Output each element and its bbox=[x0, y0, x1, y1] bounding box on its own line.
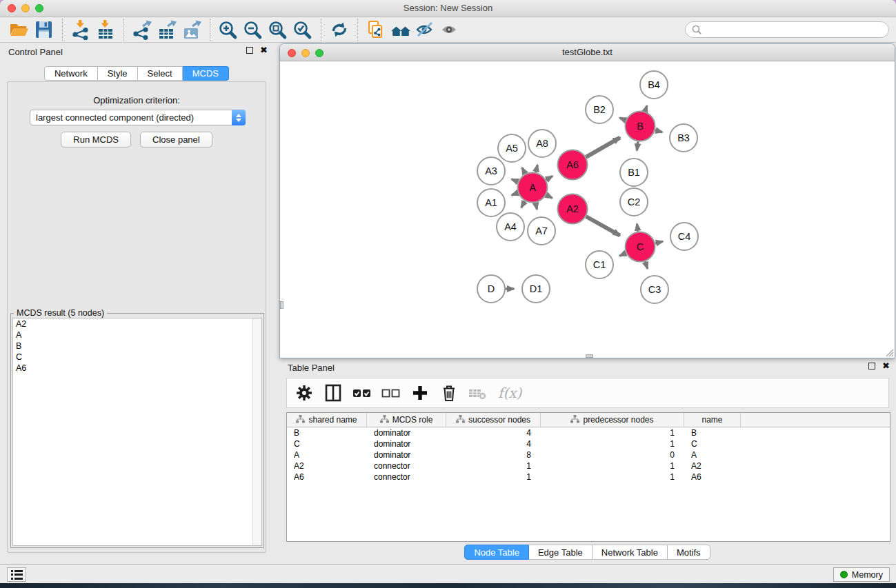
hide-view-icon[interactable] bbox=[413, 19, 438, 41]
graph-node-A[interactable]: A bbox=[518, 173, 548, 203]
refresh-icon[interactable] bbox=[327, 19, 352, 41]
run-mcds-button[interactable]: Run MCDS bbox=[61, 132, 131, 148]
graph-node-B1[interactable]: B1 bbox=[620, 159, 648, 186]
save-session-icon[interactable] bbox=[32, 19, 57, 41]
graph-edge-A-A8[interactable] bbox=[536, 165, 537, 172]
import-table-icon[interactable] bbox=[93, 19, 118, 41]
close-panel-icon[interactable]: ✖ bbox=[260, 47, 268, 54]
tab-select[interactable]: Select bbox=[138, 66, 183, 81]
optimization-criterion-select[interactable]: largest connected component (directed) bbox=[30, 110, 246, 125]
search-field[interactable] bbox=[685, 21, 889, 38]
add-column-icon[interactable] bbox=[408, 381, 432, 405]
graph-node-D[interactable]: D bbox=[477, 275, 505, 303]
graph-edge-C-C4[interactable] bbox=[655, 241, 663, 243]
select-all-icon[interactable] bbox=[350, 381, 374, 405]
column-header-predecessor-nodes[interactable]: predecessor nodes bbox=[541, 413, 684, 427]
zoom-out-icon[interactable] bbox=[241, 19, 266, 41]
graph-edge-C-C3[interactable] bbox=[645, 261, 648, 268]
graph-node-A6[interactable]: A6 bbox=[558, 150, 588, 180]
close-table-panel-icon[interactable]: ✖ bbox=[882, 363, 890, 369]
zoom-fit-icon[interactable] bbox=[266, 19, 290, 41]
network-graph[interactable]: B4B2BB3A5A8A6B1A3AA1C2A2A4A7CC4C1C3DD1 bbox=[281, 62, 894, 358]
column-header-MCDS-role[interactable]: MCDS role bbox=[367, 413, 446, 427]
resize-grip-icon[interactable] bbox=[884, 347, 894, 357]
graph-edge-A-A1[interactable] bbox=[512, 193, 518, 195]
graph-edge-C-C1[interactable] bbox=[619, 253, 626, 256]
table-row[interactable]: Adominator80A bbox=[287, 449, 890, 460]
tab-mcds[interactable]: MCDS bbox=[183, 66, 229, 81]
show-view-icon[interactable] bbox=[438, 19, 463, 41]
deselect-all-icon[interactable] bbox=[379, 381, 403, 405]
task-list-icon[interactable] bbox=[7, 567, 26, 582]
graph-edge-B-B4[interactable] bbox=[645, 105, 647, 111]
graph-edge-C-C2[interactable] bbox=[637, 224, 638, 232]
column-header-shared-name[interactable]: shared name bbox=[287, 413, 367, 427]
graph-node-C3[interactable]: C3 bbox=[641, 276, 668, 303]
graph-edge-B-B2[interactable] bbox=[620, 118, 626, 120]
graph-node-B2[interactable]: B2 bbox=[586, 96, 613, 123]
open-file-icon[interactable] bbox=[7, 19, 32, 41]
mcds-result-item[interactable]: A2 bbox=[13, 318, 261, 330]
graph-node-A3[interactable]: A3 bbox=[477, 157, 505, 185]
graph-node-B4[interactable]: B4 bbox=[640, 71, 668, 99]
graph-node-B[interactable]: B bbox=[626, 112, 655, 141]
graph-node-A4[interactable]: A4 bbox=[497, 213, 524, 241]
export-image-icon[interactable] bbox=[179, 19, 204, 41]
graph-node-C2[interactable]: C2 bbox=[620, 188, 648, 216]
delete-column-icon[interactable] bbox=[437, 381, 461, 405]
vertical-scrollbar-thumb[interactable] bbox=[280, 301, 283, 309]
graph-node-B3[interactable]: B3 bbox=[670, 124, 697, 152]
graph-node-C4[interactable]: C4 bbox=[670, 223, 698, 250]
table-settings-icon[interactable] bbox=[292, 381, 316, 405]
tab-edge-table[interactable]: Edge Table bbox=[529, 545, 593, 560]
import-network-icon[interactable] bbox=[68, 19, 93, 41]
result-list-scrollbar[interactable] bbox=[252, 318, 261, 545]
graph-edge-A-A3[interactable] bbox=[512, 179, 518, 182]
graph-node-D1[interactable]: D1 bbox=[522, 275, 550, 303]
export-table-icon[interactable] bbox=[155, 19, 179, 41]
zoom-in-icon[interactable] bbox=[216, 19, 241, 41]
graph-edge-A2-C[interactable] bbox=[586, 216, 620, 236]
column-header-successor-nodes[interactable]: successor nodes bbox=[446, 413, 541, 427]
graph-edge-A6-B[interactable] bbox=[586, 138, 620, 157]
graph-node-A1[interactable]: A1 bbox=[477, 189, 505, 216]
graph-node-C[interactable]: C bbox=[626, 232, 655, 262]
column-visibility-icon[interactable] bbox=[321, 381, 345, 405]
graph-node-A5[interactable]: A5 bbox=[498, 134, 526, 162]
graph-edge-A-A4[interactable] bbox=[521, 201, 525, 208]
mcds-result-item[interactable]: B bbox=[13, 341, 261, 352]
clone-network-icon[interactable] bbox=[364, 19, 388, 41]
graph-edge-A-A2[interactable] bbox=[546, 195, 552, 199]
mcds-result-item[interactable]: A bbox=[13, 330, 261, 341]
memory-button[interactable]: Memory bbox=[833, 567, 890, 582]
tab-node-table[interactable]: Node Table bbox=[464, 545, 529, 560]
table-row[interactable]: A2connector11A2 bbox=[287, 460, 890, 472]
network-canvas[interactable]: B4B2BB3A5A8A6B1A3AA1C2A2A4A7CC4C1C3DD1 bbox=[281, 62, 894, 358]
table-row[interactable]: Cdominator41C bbox=[287, 438, 890, 449]
network-window-titlebar[interactable]: testGlobe.txt bbox=[280, 44, 895, 61]
graph-edge-B-B3[interactable] bbox=[655, 130, 662, 132]
show-all-networks-icon[interactable] bbox=[388, 19, 413, 41]
float-panel-icon[interactable] bbox=[246, 47, 253, 54]
table-row[interactable]: Bdominator41B bbox=[287, 427, 890, 438]
export-network-icon[interactable] bbox=[130, 19, 155, 41]
graph-node-A7[interactable]: A7 bbox=[528, 217, 555, 245]
zoom-selected-icon[interactable] bbox=[290, 19, 315, 41]
graph-node-A8[interactable]: A8 bbox=[528, 130, 556, 157]
graph-node-C1[interactable]: C1 bbox=[586, 251, 613, 278]
table-row[interactable]: A6connector11A6 bbox=[287, 472, 890, 483]
graph-edge-B-B1[interactable] bbox=[637, 141, 638, 150]
mcds-result-item[interactable]: A6 bbox=[13, 363, 261, 374]
tab-network-table[interactable]: Network Table bbox=[593, 545, 668, 560]
tab-network[interactable]: Network bbox=[44, 66, 98, 81]
graph-edge-A-A5[interactable] bbox=[522, 168, 526, 174]
graph-edge-A-A7[interactable] bbox=[536, 203, 537, 210]
horizontal-scrollbar-thumb[interactable] bbox=[586, 354, 593, 358]
tab-style[interactable]: Style bbox=[98, 66, 138, 81]
graph-node-A2[interactable]: A2 bbox=[558, 194, 588, 224]
search-input[interactable] bbox=[702, 23, 888, 36]
close-panel-button[interactable]: Close panel bbox=[140, 132, 212, 148]
tab-motifs[interactable]: Motifs bbox=[668, 545, 710, 560]
mcds-result-item[interactable]: C bbox=[13, 352, 261, 363]
graph-edge-A-A6[interactable] bbox=[546, 176, 552, 180]
